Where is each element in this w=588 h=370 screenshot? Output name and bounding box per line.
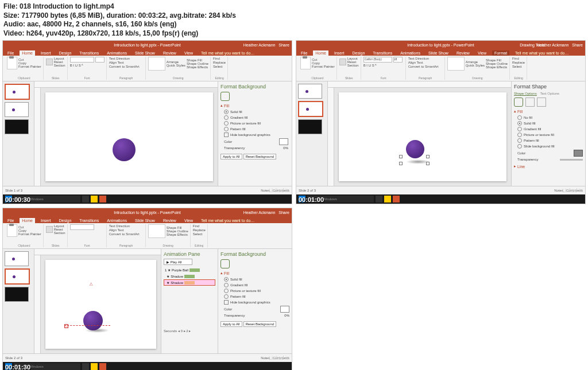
- tab-insert[interactable]: Insert: [332, 50, 347, 56]
- color-swatch[interactable]: [279, 138, 288, 145]
- tab-transitions[interactable]: Transitions: [370, 50, 394, 56]
- new-slide-icon[interactable]: [46, 59, 53, 65]
- size-icon[interactable]: [537, 98, 546, 107]
- opt-picture[interactable]: Picture or texture fill: [220, 120, 289, 126]
- transparency-row[interactable]: Transparency0%: [220, 146, 289, 150]
- tab-design[interactable]: Design: [350, 50, 367, 56]
- thumbnail-3[interactable]: [5, 287, 29, 302]
- user-share[interactable]: Heather Ackmann Share: [243, 43, 289, 47]
- tab-transitions[interactable]: Transitions: [77, 50, 101, 56]
- file-size-line: Size: 7177900 bytes (6,85 MiB), duration…: [3, 11, 585, 21]
- thumbnail-1[interactable]: [298, 84, 322, 99]
- thumbnail-3[interactable]: [298, 119, 322, 134]
- fill-line-icon[interactable]: [514, 98, 523, 107]
- thumbnail-2[interactable]: [5, 268, 30, 285]
- align-text-button[interactable]: Align Text: [109, 61, 144, 64]
- opt-slide-bg[interactable]: Slide background fill: [514, 143, 583, 149]
- replace-button[interactable]: Replace: [213, 61, 226, 64]
- color-row[interactable]: Color: [514, 149, 583, 157]
- opt-gradient[interactable]: Gradient fill: [220, 115, 289, 120]
- section-button[interactable]: Section: [54, 64, 65, 67]
- powerpoint-icon[interactable]: [99, 196, 106, 202]
- text-direction-button[interactable]: Text Direction: [109, 57, 144, 60]
- tab-insert[interactable]: Insert: [38, 50, 53, 56]
- font-size-combo[interactable]: [95, 57, 105, 63]
- anim-item-1[interactable]: 1 ★ Purple Ball: [164, 267, 215, 273]
- tab-home[interactable]: Home: [20, 50, 35, 56]
- reset-bg-button[interactable]: Reset Background: [243, 321, 276, 327]
- shape-effects-button[interactable]: Shape Effects: [187, 65, 208, 69]
- opt-solid[interactable]: Solid fill: [220, 109, 289, 115]
- paragraph-label: Paragraph: [109, 76, 144, 80]
- font-label: Font: [70, 76, 105, 80]
- title-bar: Introduction to light.pptx - PowerPoint …: [3, 208, 292, 216]
- opt-pattern[interactable]: Pattern fill: [514, 138, 583, 143]
- apply-all-button[interactable]: Apply to All: [220, 321, 242, 327]
- smartart-button[interactable]: Convert to SmartArt: [109, 65, 144, 68]
- color-swatch[interactable]: [574, 150, 583, 157]
- effects-icon[interactable]: [525, 98, 535, 107]
- play-all-button[interactable]: ▶ Play All: [164, 259, 192, 265]
- purple-ball-shape[interactable]: [83, 311, 103, 330]
- chrome-icon[interactable]: [91, 196, 98, 202]
- tab-format[interactable]: Format: [492, 50, 509, 56]
- reset-bg-button[interactable]: Reset Background: [243, 154, 276, 159]
- fill-section-header[interactable]: ▴ Fill: [514, 109, 583, 114]
- user-share[interactable]: Heather Ackmann Share: [537, 43, 583, 47]
- task-app-icon[interactable]: [82, 196, 89, 202]
- tab-review[interactable]: Review: [161, 50, 179, 56]
- apply-all-button[interactable]: Apply to All: [220, 154, 242, 159]
- ribbon: CutCopyFormat Painter Clipboard LayoutRe…: [3, 56, 292, 81]
- anim-item-2[interactable]: ★ Shadow: [164, 273, 215, 279]
- slide-canvas[interactable]: △: [45, 260, 156, 349]
- slide-canvas[interactable]: [45, 92, 213, 181]
- purple-ball-shape[interactable]: [406, 140, 424, 158]
- tab-file[interactable]: File: [299, 50, 310, 56]
- tab-animations[interactable]: Animations: [398, 50, 423, 56]
- purple-ball-shape[interactable]: [113, 138, 136, 161]
- tab-review[interactable]: Review: [454, 50, 472, 56]
- thumbnail-2[interactable]: [298, 101, 323, 117]
- tab-tellme[interactable]: Tell me what you want to do…: [199, 50, 257, 56]
- opt-gradient[interactable]: Gradient fill: [514, 126, 583, 132]
- text-options-tab[interactable]: Text Options: [540, 92, 559, 96]
- opt-pattern[interactable]: Pattern fill: [220, 126, 289, 132]
- line-section-header[interactable]: ▸ Line: [514, 164, 583, 169]
- slide-canvas[interactable]: [339, 92, 506, 181]
- quick-styles-button[interactable]: Quick Styles: [167, 64, 185, 67]
- thumbnail-1[interactable]: [5, 84, 30, 100]
- font-name-combo[interactable]: [70, 57, 94, 63]
- find-button[interactable]: Find: [213, 57, 226, 60]
- opt-solid[interactable]: Solid fill: [514, 120, 583, 126]
- paste-icon[interactable]: [300, 57, 311, 69]
- opt-hide-bg[interactable]: Hide background graphics: [220, 132, 289, 138]
- tab-design[interactable]: Design: [56, 50, 74, 56]
- paste-icon[interactable]: [7, 57, 17, 69]
- color-row[interactable]: Color: [220, 138, 289, 146]
- user-share[interactable]: Heather Ackmann Share: [243, 211, 289, 215]
- opt-picture[interactable]: Picture or texture fill: [514, 132, 583, 138]
- tab-slideshow[interactable]: Slide Show: [426, 50, 451, 56]
- anim-item-3[interactable]: ★ Shadow: [164, 279, 215, 286]
- animation-pane: Animation Pane ▶ Play All 1 ★ Purple Bal…: [161, 249, 218, 353]
- shape-options-tab[interactable]: Shape Options: [514, 92, 537, 96]
- tab-tellme[interactable]: Tell me what you want to do…: [513, 50, 571, 56]
- canvas-wrap: [34, 81, 218, 186]
- format-painter-button[interactable]: Format Painter: [18, 65, 41, 68]
- tab-slideshow[interactable]: Slide Show: [133, 50, 157, 56]
- select-button[interactable]: Select: [213, 65, 226, 68]
- thumbnail-1[interactable]: [5, 251, 29, 266]
- fill-tab-icon[interactable]: [220, 92, 230, 101]
- shapes-gallery[interactable]: [148, 57, 165, 71]
- tab-file[interactable]: File: [5, 50, 16, 56]
- tab-home[interactable]: Home: [313, 50, 328, 56]
- transparency-row[interactable]: Transparency: [514, 157, 583, 162]
- tab-view[interactable]: View: [475, 50, 489, 56]
- tab-view[interactable]: View: [182, 50, 195, 56]
- screenshot-1: Introduction to light.pptx - PowerPoint …: [2, 40, 292, 204]
- opt-no-fill[interactable]: No fill: [514, 115, 583, 120]
- thumbnail-3[interactable]: [5, 119, 29, 134]
- thumbnail-2[interactable]: [5, 102, 29, 117]
- fill-section-header[interactable]: ▴ Fill: [220, 103, 289, 108]
- tab-animations[interactable]: Animations: [105, 50, 129, 56]
